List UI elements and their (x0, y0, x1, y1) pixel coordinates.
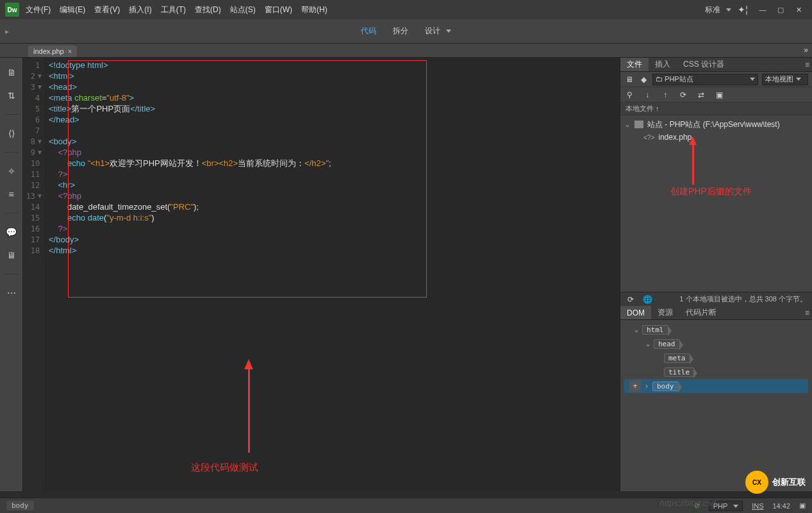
screen-icon[interactable]: 🖥 (6, 249, 17, 261)
menu-item[interactable]: 帮助(H) (301, 4, 327, 15)
tree-file-label: index.php (658, 133, 692, 142)
app-logo: Dw (5, 3, 19, 17)
files-tree: ⌄ 站点 - PHP站点 (F:\AppServ\www\test) <?> i… (620, 115, 812, 292)
file-tabs-row: index.php × » (0, 44, 812, 58)
dom-add-button[interactable]: + (629, 380, 641, 392)
annotation-arrow-right (689, 136, 697, 185)
files-toolbar-1: 🖥 ◆ 🗀 PHP站点 本地视图 (620, 72, 812, 87)
files-status-text: 1 个本地项目被选中，总共 308 个字节。 (679, 294, 807, 304)
dom-node-head[interactable]: ⌄head (624, 337, 808, 351)
files-toolbar-2: ⚲ ↓ ↑ ⟳ ⇄ ▣ (620, 87, 812, 103)
watermark-brand: 创新互联 (772, 476, 806, 488)
view-select[interactable]: 本地视图 (762, 74, 808, 85)
tree-root-row[interactable]: ⌄ 站点 - PHP站点 (F:\AppServ\www\test) (624, 118, 808, 131)
dom-node-html[interactable]: ⌄html (624, 323, 808, 337)
more-tools-icon[interactable]: ⋯ (6, 287, 17, 299)
doc-toolbar-toggle[interactable]: ▸ (5, 27, 9, 36)
workspace-switcher[interactable]: 标准 (705, 4, 731, 15)
dom-node-meta[interactable]: meta (624, 351, 808, 365)
cursor-position: 14:42 (772, 502, 790, 510)
files-panel-head: 文件 插入 CSS 设计器 ≡ (620, 58, 812, 72)
line-gutter: 1 2▼3▼4 5 6 7 8▼9▼10 11 12 13▼14 15 16 1… (23, 58, 45, 491)
files-status-row: ⟳ 🌐 1 个本地项目被选中，总共 308 个字节。 (620, 292, 812, 306)
ftp-icon[interactable]: ◆ (638, 74, 649, 85)
dom-node-title[interactable]: title (624, 365, 808, 379)
view-tab-code[interactable]: 代码 (361, 26, 376, 37)
breadcrumb[interactable]: body (6, 501, 34, 510)
minimize-button[interactable]: — (754, 4, 771, 15)
code-area[interactable]: <!doctype html><html><head><meta charset… (45, 58, 620, 491)
sync-icon[interactable]: ⇄ (696, 90, 706, 100)
close-tab-icon[interactable]: × (68, 47, 72, 55)
get-icon[interactable]: ↓ (642, 90, 652, 100)
files-column-head[interactable]: 本地文件 ↑ (620, 103, 812, 115)
globe-icon[interactable]: 🌐 (642, 294, 652, 305)
panel-tab-assets[interactable]: 资源 (651, 306, 679, 319)
site-select[interactable]: 🗀 PHP站点 (652, 74, 758, 85)
dom-node-body[interactable]: + ›body (624, 379, 808, 393)
git-icon[interactable]: ⇅ (6, 90, 17, 101)
insert-mode[interactable]: INS (752, 502, 763, 510)
menu-item[interactable]: 站点(S) (230, 4, 256, 15)
menu-item[interactable]: 查看(V) (94, 4, 120, 15)
annotation-text-left: 这段代码做测试 (191, 462, 258, 474)
file-manage-icon[interactable]: 🗎 (6, 67, 17, 78)
menu-bar: 文件(F)编辑(E)查看(V)插入(I)工具(T)查找(D)站点(S)窗口(W)… (26, 4, 705, 15)
expand-view-icon[interactable]: ▣ (714, 90, 724, 100)
panel-menu-icon[interactable]: ≡ (805, 60, 809, 69)
menu-item[interactable]: 查找(D) (195, 4, 221, 15)
wand-icon[interactable]: ✧ (6, 165, 17, 177)
menu-item[interactable]: 插入(I) (129, 4, 151, 15)
define-server-icon[interactable]: 🖥 (624, 74, 634, 85)
tree-file-row[interactable]: <?> index.php (624, 131, 808, 144)
right-panels: 文件 插入 CSS 设计器 ≡ 🖥 ◆ 🗀 PHP站点 本地视图 ⚲ ↓ ↑ ⟳… (620, 58, 812, 491)
dom-panel-menu-icon[interactable]: ≡ (805, 308, 809, 317)
panel-tab-insert[interactable]: 插入 (649, 58, 677, 71)
file-tab-index[interactable]: index.php × (28, 46, 77, 57)
title-bar: Dw 文件(F)编辑(E)查看(V)插入(I)工具(T)查找(D)站点(S)窗口… (0, 0, 812, 19)
refresh-status-icon[interactable]: ⟳ (626, 294, 636, 305)
view-mode-bar: ▸ 代码 拆分 设计 (0, 19, 812, 44)
dom-panel-head: DOM 资源 代码片断 ≡ (620, 306, 812, 320)
preview-icon[interactable]: ▣ (799, 501, 806, 510)
php-file-icon: <?> (643, 134, 654, 141)
maximize-button[interactable]: ▢ (772, 4, 789, 15)
sync-settings-icon[interactable]: ✦¦ (738, 4, 748, 15)
menu-item[interactable]: 工具(T) (161, 4, 186, 15)
panel-tab-snippets[interactable]: 代码片断 (679, 306, 723, 319)
view-tab-split[interactable]: 拆分 (393, 26, 408, 37)
folder-icon (634, 121, 643, 128)
annotation-text-right: 创建PHP后缀的文件 (670, 186, 752, 198)
put-icon[interactable]: ↑ (660, 90, 670, 100)
panel-tab-dom[interactable]: DOM (620, 306, 651, 319)
left-toolbar: 🗎 ⇅ ⟨⟩ ✧ ≡ 💬 🖥 ⋯ (0, 58, 23, 491)
watermark: CX 创新互联 (745, 471, 806, 494)
tree-root-label: 站点 - PHP站点 (F:\AppServ\www\test) (647, 119, 780, 130)
panel-tab-files[interactable]: 文件 (620, 58, 649, 71)
watermark-logo-icon: CX (745, 471, 768, 494)
code-editor[interactable]: 1 2▼3▼4 5 6 7 8▼9▼10 11 12 13▼14 15 16 1… (23, 58, 620, 491)
dom-panel: ⌄html ⌄head meta title + ›body (620, 320, 812, 491)
insert-code-icon[interactable]: ⟨⟩ (6, 128, 17, 139)
comment-icon[interactable]: 💬 (6, 226, 17, 238)
menu-item[interactable]: 文件(F) (26, 4, 51, 15)
refresh-icon[interactable]: ⟳ (678, 90, 688, 100)
expand-panels-icon[interactable]: » (804, 46, 808, 55)
menu-item[interactable]: 窗口(W) (265, 4, 292, 15)
annotation-arrow-left (244, 359, 253, 453)
menu-item[interactable]: 编辑(E) (60, 4, 85, 15)
watermark-url: https://blog.csd (660, 498, 716, 508)
connect-icon[interactable]: ⚲ (624, 90, 634, 100)
view-tab-design[interactable]: 设计 (425, 26, 451, 37)
close-button[interactable]: ✕ (790, 4, 807, 15)
format-icon[interactable]: ≡ (6, 189, 17, 200)
panel-tab-css[interactable]: CSS 设计器 (677, 58, 731, 71)
file-tab-label: index.php (33, 47, 64, 55)
